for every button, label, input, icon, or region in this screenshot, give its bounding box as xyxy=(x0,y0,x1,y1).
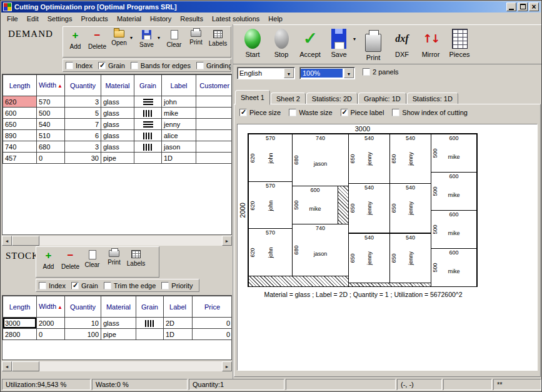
demand-col-header-label[interactable]: Label xyxy=(162,75,196,96)
menu-item-material[interactable]: Material xyxy=(113,14,146,24)
demand-hscrollbar[interactable] xyxy=(2,236,232,246)
zoom-select[interactable]: 100% xyxy=(299,67,355,79)
stock-cell[interactable]: 2D xyxy=(164,318,193,329)
stock-labels-button[interactable]: Labels xyxy=(125,248,147,275)
language-dropdown-button[interactable] xyxy=(284,68,294,78)
dropdown-arrow-icon[interactable]: ▾ xyxy=(158,35,163,41)
demand-col-header-customer-name[interactable]: Customer name xyxy=(196,75,233,96)
stock-cell[interactable]: 0 xyxy=(193,329,233,340)
scroll-thumb[interactable] xyxy=(12,361,39,371)
demand-cell[interactable]: glass xyxy=(101,130,134,141)
demand-cell[interactable]: 620 xyxy=(3,96,37,108)
tab-graphic-1d[interactable]: Graphic: 1D xyxy=(358,93,406,104)
menu-item-products[interactable]: Products xyxy=(76,14,112,24)
stock-col-header-material[interactable]: Material xyxy=(101,296,136,318)
stock-cell[interactable]: 100 xyxy=(65,329,101,340)
demand-checkbox-grinding[interactable]: Grinding xyxy=(196,62,231,69)
demand-cell[interactable]: 0 xyxy=(37,153,65,164)
demand-cell[interactable]: alice xyxy=(162,130,196,141)
tab-sheet-2[interactable]: Sheet 2 xyxy=(271,93,306,104)
demand-col-header-material[interactable]: Material xyxy=(101,75,134,96)
menu-item-settings[interactable]: Settings xyxy=(43,14,77,24)
dropdown-arrow-icon[interactable]: ▾ xyxy=(353,36,359,42)
stock-col-header-label[interactable]: Label xyxy=(164,296,193,318)
demand-cell[interactable]: glass xyxy=(101,96,134,108)
demand-cell[interactable]: 570 xyxy=(37,96,65,108)
demand-checkbox-grain[interactable]: Grain xyxy=(98,62,125,69)
demand-cell[interactable]: 7 xyxy=(65,119,101,130)
demand-cell[interactable]: john xyxy=(162,96,196,108)
demand-cell[interactable] xyxy=(134,96,162,108)
stock-cell[interactable] xyxy=(136,318,164,329)
stock-cell[interactable]: 0 xyxy=(193,318,233,329)
stock-cell[interactable]: 2800 xyxy=(3,329,37,340)
main-print-button[interactable]: Print xyxy=(359,26,388,61)
menu-item-edit[interactable]: Edit xyxy=(23,14,43,24)
demand-cell[interactable] xyxy=(196,130,233,141)
demand-cell[interactable]: 457 xyxy=(3,153,37,164)
demand-cell[interactable] xyxy=(196,141,233,153)
demand-cell[interactable] xyxy=(196,96,233,108)
menu-item-results[interactable]: Results xyxy=(176,14,208,24)
scroll-thumb[interactable] xyxy=(12,236,39,246)
main-save-button[interactable]: Save xyxy=(324,26,353,61)
demand-cell[interactable]: 3 xyxy=(65,96,101,108)
demand-cell[interactable]: 1D xyxy=(162,153,196,164)
demand-cell[interactable]: mike xyxy=(162,108,196,119)
tab-statistics-2d[interactable]: Statistics: 2D xyxy=(306,93,358,104)
stock-cell[interactable]: glass xyxy=(101,318,136,329)
demand-cell[interactable]: 680 xyxy=(37,141,65,153)
stock-checkbox-index[interactable]: Index xyxy=(39,282,66,289)
main-stop-button[interactable]: Stop xyxy=(267,26,296,61)
stock-checkbox-trim-the-edge[interactable]: Trim the edge xyxy=(104,282,156,289)
stock-cell[interactable]: 1D xyxy=(164,329,193,340)
demand-cell[interactable]: 5 xyxy=(65,108,101,119)
demand-cell[interactable]: 510 xyxy=(37,130,65,141)
demand-cell[interactable] xyxy=(134,119,162,130)
scroll-right-button[interactable] xyxy=(222,361,232,371)
view-checkbox-2-panels[interactable]: 2 panels xyxy=(363,68,399,76)
demand-cell[interactable] xyxy=(134,130,162,141)
demand-cell[interactable] xyxy=(196,119,233,130)
demand-cell[interactable]: 890 xyxy=(3,130,37,141)
stock-cell[interactable]: 2000 xyxy=(37,318,65,329)
main-pieces-button[interactable]: Pieces xyxy=(445,26,474,61)
demand-cell[interactable]: jason xyxy=(162,141,196,153)
stock-cell[interactable]: 0 xyxy=(37,329,65,340)
demand-cell[interactable]: 540 xyxy=(37,119,65,130)
stock-delete-button[interactable]: Delete xyxy=(59,248,81,275)
tab-statistics-1d[interactable]: Statistics: 1D xyxy=(407,93,458,104)
demand-cell[interactable] xyxy=(134,153,162,164)
demand-delete-button[interactable]: Delete xyxy=(86,28,108,55)
demand-clear-button[interactable]: Clear xyxy=(163,28,185,55)
demand-cell[interactable]: jenny xyxy=(162,119,196,130)
stock-cell[interactable] xyxy=(136,329,164,340)
menu-item-history[interactable]: History xyxy=(146,14,176,24)
stock-cell[interactable]: 3000 xyxy=(3,318,37,329)
demand-col-header-quantity[interactable]: Quantity xyxy=(65,75,101,96)
stock-cell[interactable]: pipe xyxy=(101,329,136,340)
demand-col-header-grain[interactable]: Grain xyxy=(134,75,162,96)
stock-checkbox-priority[interactable]: Priority xyxy=(161,282,193,289)
zoom-dropdown-button[interactable] xyxy=(344,68,354,78)
menu-item-latest-solutions[interactable]: Latest solutions xyxy=(208,14,264,24)
scroll-left-button[interactable] xyxy=(2,361,12,371)
main-start-button[interactable]: Start xyxy=(238,26,267,61)
main-accept-button[interactable]: Accept xyxy=(296,26,324,61)
scroll-right-button[interactable] xyxy=(222,236,232,246)
stock-col-header-length[interactable]: Length xyxy=(3,296,37,318)
demand-col-header-width[interactable]: Width▲ xyxy=(37,75,65,96)
minimize-button[interactable] xyxy=(506,3,516,11)
tab-sheet-1[interactable]: Sheet 1 xyxy=(235,90,270,105)
main-dxf-button[interactable]: DXF xyxy=(388,26,416,61)
menu-item-help[interactable]: Help xyxy=(264,14,287,24)
close-button[interactable]: × xyxy=(529,3,539,11)
dropdown-arrow-icon[interactable]: ▾ xyxy=(130,35,136,41)
demand-cell[interactable]: glass xyxy=(101,119,134,130)
demand-cell[interactable]: 3 xyxy=(65,141,101,153)
main-mirror-button[interactable]: Mirror xyxy=(416,26,445,61)
demand-cell[interactable] xyxy=(134,108,162,119)
stock-col-header-grain[interactable]: Grain xyxy=(136,296,164,318)
scroll-left-button[interactable] xyxy=(2,236,12,246)
demand-save-button[interactable]: Save xyxy=(136,28,158,55)
